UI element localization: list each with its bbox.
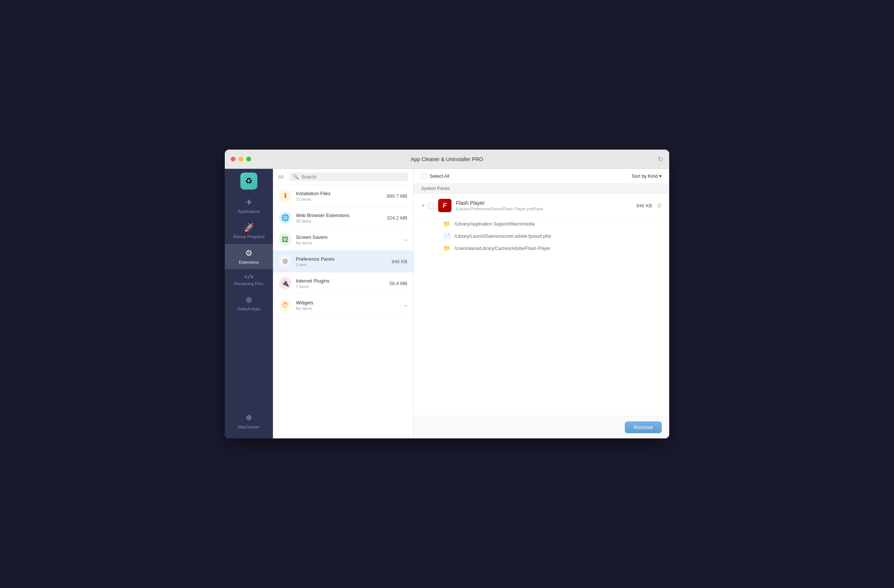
- installation-files-count: 11 items: [296, 197, 387, 201]
- widgets-name: Widgets: [296, 300, 404, 306]
- maccleaner-icon: ❄: [246, 413, 252, 423]
- app-logo-icon: ♻: [240, 173, 257, 190]
- sidebar-item-maccleaner[interactable]: ❄ MacCleaner: [225, 409, 273, 434]
- search-input[interactable]: [301, 174, 405, 179]
- preference-panes-info: Preference Panes 1 item: [296, 256, 391, 267]
- file-row: 📁 /Library/Application Support/Macromedi…: [443, 218, 669, 230]
- right-panel: Select All Sort by Kind ▾ System Panes ▼…: [414, 169, 669, 439]
- internet-plugins-count: 7 items: [296, 284, 390, 289]
- traffic-lights: [231, 157, 251, 161]
- screen-savers-name: Screen Savers: [296, 234, 404, 240]
- default-apps-icon: ⊕: [246, 295, 252, 305]
- folder-icon: 📁: [443, 245, 451, 252]
- web-browser-extensions-size: 324.2 MB: [387, 215, 408, 221]
- search-icon: 🔍: [293, 174, 299, 179]
- sidebar-bottom: ❄ MacCleaner: [225, 409, 273, 439]
- widgets-count: No items: [296, 306, 404, 311]
- expand-arrow-icon[interactable]: ▼: [421, 203, 425, 208]
- screen-savers-icon: 🖼: [279, 233, 291, 246]
- internet-plugins-info: Internet Plugins 7 items: [296, 278, 390, 289]
- sidebar-item-extensions[interactable]: ⚙ Extensions: [225, 244, 273, 269]
- close-button[interactable]: [231, 157, 236, 161]
- widgets-icon: ⏱: [279, 299, 291, 311]
- sort-by-label: Sort by Kind: [631, 173, 658, 179]
- gear-icon[interactable]: ⚙: [657, 202, 662, 209]
- maximize-button[interactable]: [246, 157, 251, 161]
- startup-label: Startup Programs: [233, 234, 265, 239]
- remaining-files-icon: </>: [244, 274, 253, 280]
- file-rows: 📁 /Library/Application Support/Macromedi…: [414, 218, 669, 254]
- internet-plugins-size: 58.4 MB: [390, 280, 408, 286]
- internet-plugins-name: Internet Plugins: [296, 278, 390, 283]
- list-item[interactable]: ⚙ Preference Panes 1 item 946 KB: [273, 251, 413, 273]
- app-name: Flash Player: [456, 200, 636, 206]
- web-browser-extensions-count: 35 items: [296, 219, 387, 223]
- preference-panes-count: 1 item: [296, 262, 391, 267]
- list-item[interactable]: ⬇ Installation Files 11 items 889.7 MB: [273, 185, 413, 207]
- screen-savers-info: Screen Savers No items: [296, 234, 404, 245]
- list-item[interactable]: ⏱ Widgets No items --: [273, 294, 413, 316]
- list-item[interactable]: 🔌 Internet Plugins 7 items 58.4 MB: [273, 273, 413, 294]
- list-items: ⬇ Installation Files 11 items 889.7 MB 🌐…: [273, 185, 413, 439]
- installation-files-icon: ⬇: [279, 190, 291, 202]
- applications-label: Applications: [238, 209, 260, 214]
- remove-button[interactable]: Remove: [625, 421, 662, 433]
- app-checkbox[interactable]: [428, 203, 434, 208]
- file-path: /Users/alexa/Library/Caches/Adobe/Flash …: [455, 246, 550, 251]
- list-item[interactable]: 🌐 Web Browser Extensions 35 items 324.2 …: [273, 207, 413, 229]
- extensions-label: Extensions: [239, 259, 259, 265]
- search-bar: All 🔍: [273, 169, 413, 185]
- maccleaner-label: MacCleaner: [238, 424, 260, 430]
- sidebar-item-remaining-files[interactable]: </> Remaining Files: [225, 269, 273, 291]
- widgets-size: --: [404, 303, 408, 308]
- internet-plugins-icon: 🔌: [279, 277, 291, 289]
- window-title: App Cleaner & Uninstaller PRO: [411, 156, 483, 162]
- web-browser-extensions-info: Web Browser Extensions 35 items: [296, 213, 387, 223]
- select-all-label: Select All: [430, 173, 449, 179]
- screen-savers-count: No items: [296, 241, 404, 245]
- preference-panes-size: 946 KB: [391, 259, 408, 264]
- bottom-bar: Remove: [414, 416, 669, 439]
- file-icon: 📄: [443, 232, 451, 240]
- app-row: ▼ F Flash Player /Library/PreferencePane…: [414, 194, 669, 218]
- file-row: 📄 /Library/LaunchDaemons/com.adobe.fpsau…: [443, 230, 669, 242]
- web-browser-extensions-name: Web Browser Extensions: [296, 213, 387, 218]
- all-label[interactable]: All: [278, 174, 283, 179]
- chevron-down-icon: ▾: [659, 173, 662, 179]
- installation-files-info: Installation Files 11 items: [296, 191, 387, 201]
- select-all-checkbox[interactable]: [421, 173, 427, 179]
- sidebar-item-applications[interactable]: ✈ Applications: [225, 193, 273, 219]
- right-header: Select All Sort by Kind ▾: [414, 169, 669, 184]
- flash-letter: F: [442, 202, 447, 210]
- file-row: 📁 /Users/alexa/Library/Caches/Adobe/Flas…: [443, 242, 669, 254]
- search-input-wrap: 🔍: [289, 173, 408, 181]
- refresh-icon[interactable]: ↻: [658, 155, 663, 163]
- sort-by-dropdown[interactable]: Sort by Kind ▾: [631, 173, 662, 179]
- middle-panel: All 🔍 ⬇ Installation Files 11 items 889.…: [273, 169, 414, 439]
- installation-files-size: 889.7 MB: [387, 193, 408, 199]
- web-browser-extensions-icon: 🌐: [279, 211, 291, 224]
- sidebar-item-default-apps[interactable]: ⊕ Default Apps: [225, 291, 273, 316]
- preference-panes-icon: ⚙: [279, 255, 291, 268]
- installation-files-name: Installation Files: [296, 191, 387, 196]
- widgets-info: Widgets No items: [296, 300, 404, 311]
- file-path: /Library/Application Support/Macromedia: [455, 222, 535, 227]
- titlebar: App Cleaner & Uninstaller PRO ↻: [225, 149, 669, 169]
- app-path: /Library/PreferencePanes/Flash Player.pr…: [456, 207, 636, 211]
- startup-icon: 🚀: [244, 223, 254, 232]
- extensions-icon: ⚙: [245, 249, 252, 258]
- sidebar-item-startup-programs[interactable]: 🚀 Startup Programs: [225, 219, 273, 244]
- folder-icon: 📁: [443, 220, 451, 227]
- minimize-button[interactable]: [239, 157, 243, 161]
- select-all-wrap: Select All: [421, 173, 631, 179]
- sidebar: ♻ ✈ Applications 🚀 Startup Programs ⚙ Ex…: [225, 169, 273, 439]
- screen-savers-size: --: [404, 237, 408, 243]
- file-path: /Library/LaunchDaemons/com.adobe.fpsaud.…: [455, 234, 551, 239]
- list-item[interactable]: 🖼 Screen Savers No items --: [273, 229, 413, 251]
- flash-player-icon: F: [438, 199, 452, 212]
- app-window: App Cleaner & Uninstaller PRO ↻ ♻ ✈ Appl…: [225, 149, 669, 439]
- remaining-files-label: Remaining Files: [234, 281, 264, 286]
- main-content: ♻ ✈ Applications 🚀 Startup Programs ⚙ Ex…: [225, 169, 669, 439]
- default-apps-label: Default Apps: [237, 306, 260, 311]
- section-header: System Panes: [414, 184, 669, 194]
